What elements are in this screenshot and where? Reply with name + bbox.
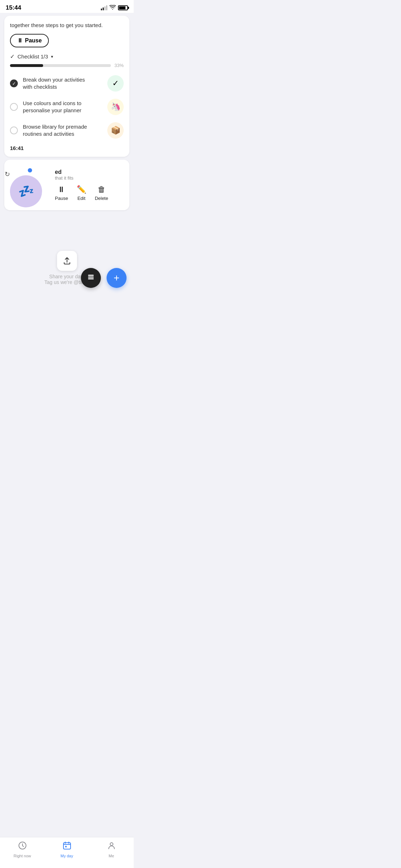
fab-dark-button[interactable]	[81, 268, 101, 288]
tutorial-card: together these steps to get you started.…	[4, 16, 129, 157]
fab-row: +	[81, 268, 127, 288]
activity-sleep-icon: 💤	[10, 175, 42, 207]
battery-icon	[118, 5, 128, 10]
chevron-down-icon: ▾	[51, 54, 53, 59]
repeat-icon: ↻	[5, 170, 10, 178]
radio-unchecked	[10, 103, 18, 111]
activity-icon-area: ↻ 💤	[10, 165, 49, 205]
pause-label: Pause	[25, 37, 42, 44]
edit-action-icon: ✏️	[77, 185, 86, 194]
pause-action-icon: ⏸	[57, 185, 65, 194]
activity-card: ↻ 💤 ed that it fits ⏸ Pause ✏️ Edit 🗑	[4, 160, 129, 210]
svg-rect-2	[88, 275, 94, 276]
tutorial-header-text: together these steps to get you started.	[10, 21, 124, 29]
pause-action-button[interactable]: ⏸ Pause	[55, 185, 68, 201]
progress-row: 33%	[10, 63, 124, 68]
edit-action-label: Edit	[77, 196, 85, 201]
pause-button[interactable]: ⏸ Pause	[10, 34, 49, 47]
checklist-item[interactable]: Use colours and icons topersonalise your…	[10, 99, 124, 115]
svg-rect-1	[88, 278, 94, 279]
checklist-item-icon-3: 📦	[107, 122, 124, 139]
status-bar: 15:44	[0, 0, 134, 13]
signal-icon	[101, 5, 107, 10]
checklist-items: Break down your activitieswith checklist…	[10, 75, 124, 139]
checklist-item-icon-2: 🦄	[107, 99, 124, 115]
upload-icon	[63, 257, 71, 265]
progress-bar-fill	[10, 64, 43, 67]
pause-action-label: Pause	[55, 196, 68, 201]
checklist-item-left: Break down your activitieswith checklist…	[10, 76, 107, 91]
share-section: Share your day!Tag us we're @tiimo +	[0, 245, 134, 291]
edit-action-button[interactable]: ✏️ Edit	[77, 185, 86, 201]
checklist-title: Checklist 1/3	[17, 53, 48, 60]
status-time: 15:44	[6, 4, 21, 11]
checklist-item[interactable]: Break down your activitieswith checklist…	[10, 75, 124, 92]
progress-bar-bg	[10, 64, 111, 67]
activity-subtitle: that it fits	[55, 175, 124, 181]
checklist-item[interactable]: Browse library for premaderoutines and a…	[10, 122, 124, 139]
checklist-header[interactable]: ✓ Checklist 1/3 ▾	[10, 53, 124, 60]
stacked-cards-icon	[87, 274, 95, 282]
checklist-item-label: Browse library for premaderoutines and a…	[23, 123, 87, 138]
activity-title: ed	[55, 169, 124, 175]
add-icon: +	[114, 273, 119, 283]
checklist-item-label: Use colours and icons topersonalise your…	[23, 100, 81, 114]
delete-action-label: Delete	[95, 196, 108, 201]
checklist-item-label: Break down your activitieswith checklist…	[23, 76, 85, 91]
delete-action-button[interactable]: 🗑 Delete	[95, 185, 108, 201]
empty-area	[0, 213, 134, 242]
main-content: together these steps to get you started.…	[0, 16, 134, 326]
activity-dot	[28, 168, 32, 172]
checklist-item-icon-1: ✓	[107, 75, 124, 92]
card-timestamp: 16:41	[10, 145, 124, 151]
radio-unchecked	[10, 126, 18, 134]
sleep-emoji: 💤	[18, 184, 34, 199]
wifi-icon	[109, 5, 116, 11]
radio-checked	[10, 79, 18, 87]
checklist-check-icon: ✓	[10, 53, 15, 60]
delete-action-icon: 🗑	[98, 185, 106, 194]
pause-icon: ⏸	[17, 37, 23, 44]
checklist-item-left: Browse library for premaderoutines and a…	[10, 123, 107, 138]
checklist-item-left: Use colours and icons topersonalise your…	[10, 100, 107, 114]
share-upload-button[interactable]	[57, 251, 77, 271]
progress-percent: 33%	[114, 63, 124, 68]
svg-rect-0	[88, 277, 94, 278]
activity-info: ed that it fits ⏸ Pause ✏️ Edit 🗑 Delete	[49, 169, 124, 201]
status-icons	[101, 5, 128, 11]
fab-add-button[interactable]: +	[107, 268, 127, 288]
activity-actions: ⏸ Pause ✏️ Edit 🗑 Delete	[55, 185, 124, 201]
